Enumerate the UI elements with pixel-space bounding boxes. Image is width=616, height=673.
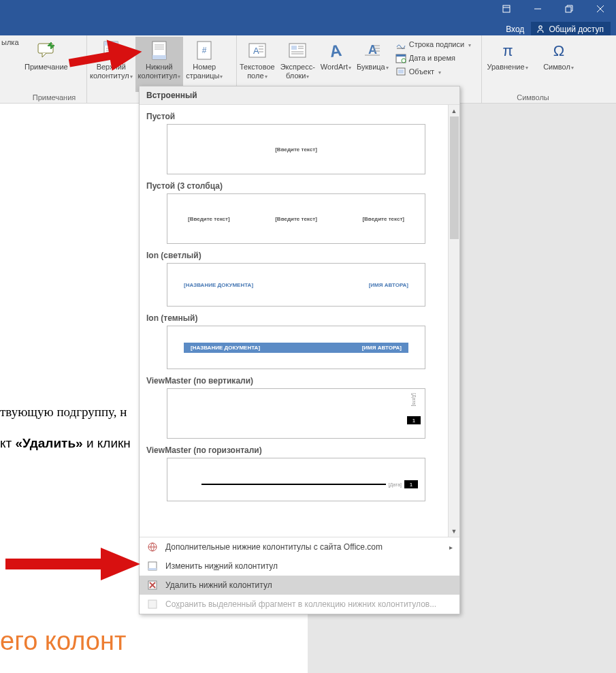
gallery-item-preview: [Дата] 1 — [167, 458, 425, 501]
svg-rect-47 — [148, 568, 157, 570]
annotation-arrow — [68, 33, 143, 74]
svg-rect-39 — [396, 54, 406, 57]
object-icon — [395, 66, 406, 77]
close-icon[interactable] — [585, 0, 616, 18]
wordart-label: WordArt — [321, 63, 351, 72]
gallery-item-preview: [НАЗВАНИЕ ДОКУМЕНТА] [ИМЯ АВТОРА] — [167, 263, 425, 307]
object-label: Объект — [409, 67, 434, 76]
doc-heading: его колонт — [0, 627, 126, 656]
minimize-icon[interactable] — [522, 0, 553, 18]
more-footers-office-item[interactable]: Дополнительные нижние колонтитулы с сайт… — [140, 537, 459, 557]
remove-footer-icon — [146, 579, 159, 591]
drop-cap-label: Буквица — [357, 63, 389, 72]
equation-icon: π — [497, 40, 519, 61]
svg-rect-0 — [503, 5, 510, 12]
menu-item-label: Дополнительные нижние колонтитулы с сайт… — [165, 542, 383, 552]
quick-parts-button[interactable]: Экспресс- блоки — [278, 37, 318, 92]
gallery-item-label: ViewMaster (по вертикали) — [146, 376, 443, 386]
gallery-footer: Дополнительные нижние колонтитулы с сайт… — [140, 537, 459, 614]
scroll-up-icon[interactable]: ▲ — [449, 105, 459, 116]
gallery-scroll-area: Пустой [Введите текст] Пустой (3 столбца… — [140, 105, 459, 537]
signature-line-icon — [395, 39, 406, 50]
doc-text-line: кт «Удалить» и кликн — [0, 436, 131, 451]
footer-label: Нижний колонтитул — [138, 63, 181, 80]
share-button[interactable]: Общий доступ — [531, 22, 611, 37]
menu-item-label: Удалить нижний колонтитул — [165, 580, 272, 590]
office-online-icon — [146, 541, 159, 553]
comment-icon — [35, 40, 57, 61]
symbol-label: Символ — [543, 63, 574, 72]
text-box-label: Текстовое поле — [240, 63, 275, 80]
menu-item-label: Изменить нижний колонтитул — [165, 561, 278, 571]
submenu-arrow-icon: ▸ — [449, 544, 453, 551]
text-box-button[interactable]: A Текстовое поле — [237, 37, 278, 92]
svg-text:#: # — [202, 46, 207, 55]
signature-line-button[interactable]: Строка подписи — [394, 38, 472, 50]
svg-rect-42 — [398, 69, 404, 74]
gallery-item-preview: [Введите текст] — [167, 124, 425, 174]
gallery-item[interactable]: ViewMaster (по вертикали) [Дата] 1 — [146, 376, 443, 439]
page-number-button[interactable]: # Номер страницы — [183, 37, 225, 92]
gallery-scrollbar[interactable]: ▲ ▼ — [448, 105, 459, 537]
gallery-item-preview: [НАЗВАНИЕ ДОКУМЕНТА] [ИМЯ АВТОРА] — [167, 326, 425, 369]
gallery-item[interactable]: ViewMaster (по горизонтали) [Дата] 1 — [146, 445, 443, 501]
comment-button[interactable]: Примечание — [22, 37, 71, 92]
svg-rect-26 — [291, 46, 297, 50]
gallery-item-label: Пустой (3 столбца) — [146, 181, 443, 191]
gallery-item-label: Пустой — [146, 112, 443, 121]
drop-cap-button[interactable]: A Буквица — [354, 37, 391, 92]
edit-footer-item[interactable]: Изменить нижний колонтитул — [140, 557, 459, 576]
gallery-item-preview: [Дата] 1 — [167, 388, 425, 439]
window-titlebar: Вход Общий доступ — [0, 0, 616, 35]
annotation-arrow — [5, 544, 142, 584]
doc-text-line: твующую подгруппу, н — [0, 405, 127, 420]
comments-group-label: Примечания — [22, 92, 86, 103]
svg-text:A: A — [253, 46, 259, 56]
footer-icon — [148, 40, 170, 61]
svg-rect-3 — [566, 7, 571, 12]
drop-cap-icon: A — [361, 40, 383, 61]
comment-label: Примечание — [25, 63, 68, 72]
svg-text:π: π — [502, 42, 513, 59]
gallery-item-label: ViewMaster (по горизонтали) — [146, 445, 443, 455]
svg-text:A: A — [368, 43, 377, 57]
gallery-section-header: Встроенный — [140, 87, 459, 105]
scroll-down-icon[interactable]: ▼ — [449, 525, 459, 537]
svg-text:Ω: Ω — [553, 42, 564, 59]
quick-parts-icon — [287, 40, 308, 61]
symbol-button[interactable]: Ω Символ — [533, 37, 584, 92]
wordart-button[interactable]: A WordArt — [318, 37, 354, 92]
share-button-label: Общий доступ — [549, 25, 604, 34]
svg-rect-14 — [152, 55, 166, 59]
restore-icon[interactable] — [553, 0, 585, 18]
date-time-icon — [395, 52, 406, 63]
gallery-item[interactable]: Ion (светлый) [НАЗВАНИЕ ДОКУМЕНТА] [ИМЯ … — [146, 251, 443, 307]
wordart-icon: A — [325, 40, 346, 61]
quick-parts-label: Экспресс- блоки — [280, 63, 315, 80]
svg-rect-51 — [148, 600, 157, 608]
remove-footer-item[interactable]: Удалить нижний колонтитул — [140, 576, 459, 595]
object-button[interactable]: Объект — [394, 65, 472, 78]
footer-gallery-dropdown: Встроенный Пустой [Введите текст] Пустой… — [139, 86, 460, 614]
page-number-label: Номер страницы — [186, 63, 223, 80]
gallery-item[interactable]: Пустой (3 столбца) [Введите текст] [Введ… — [146, 181, 443, 244]
gallery-item-preview: [Введите текст] [Введите текст] [Введите… — [167, 193, 425, 244]
sign-in-link[interactable]: Вход — [506, 25, 524, 34]
hyperlink-truncated[interactable]: ылка — [0, 35, 22, 103]
page-number-icon: # — [193, 40, 215, 61]
svg-point-6 — [539, 26, 542, 29]
gallery-item[interactable]: Пустой [Введите текст] — [146, 112, 443, 174]
date-time-label: Дата и время — [409, 54, 455, 62]
equation-button[interactable]: π Уравнение — [482, 37, 533, 92]
gallery-item[interactable]: Ion (темный) [НАЗВАНИЕ ДОКУМЕНТА] [ИМЯ А… — [146, 313, 443, 369]
save-selection-icon — [146, 598, 159, 610]
svg-text:A: A — [329, 42, 343, 59]
symbol-icon: Ω — [548, 40, 570, 61]
equation-label: Уравнение — [487, 63, 528, 72]
ribbon-display-options-icon[interactable] — [491, 0, 522, 18]
scroll-thumb[interactable] — [450, 116, 459, 239]
text-box-icon: A — [246, 40, 268, 61]
svg-point-40 — [402, 59, 406, 63]
date-time-button[interactable]: Дата и время — [394, 52, 472, 64]
signature-line-label: Строка подписи — [409, 40, 464, 48]
